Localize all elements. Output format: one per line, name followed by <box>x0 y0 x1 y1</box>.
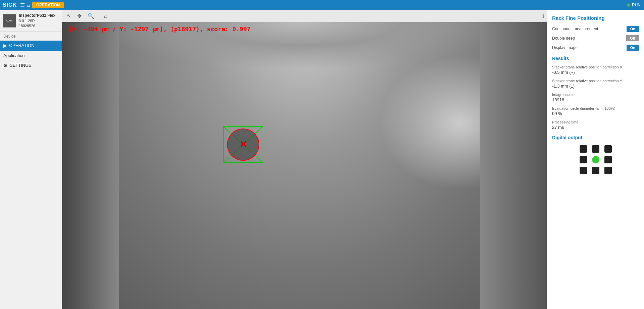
result-eval-circle-label: Evaluation circle diameter (aim: 100%) <box>552 106 639 110</box>
image-viewport: [X: -494 µm / Y: -1297 µm], (p18917), sc… <box>62 22 547 309</box>
double-deep-toggle[interactable]: Off <box>626 35 639 41</box>
dot-row-1 <box>552 145 639 153</box>
dot-1-2 <box>592 145 599 153</box>
detection-bounding-box: ✕ <box>223 126 263 163</box>
results-title: Results <box>552 56 639 61</box>
topbar-home-icon[interactable]: ⌂ <box>27 2 30 8</box>
dot-3-3 <box>604 167 612 174</box>
run-status: RUN <box>627 3 641 7</box>
toolbar-divider <box>99 13 99 19</box>
result-correction-y: Stacker crane relative position correcti… <box>552 79 639 89</box>
continuous-measurement-toggle[interactable]: On <box>627 26 639 32</box>
result-processing-time-label: Processing time <box>552 120 639 124</box>
display-image-on-button[interactable]: On <box>627 45 639 51</box>
result-correction-x-label: Stacker crane relative position correcti… <box>552 65 639 69</box>
zoom-tool-button[interactable]: 🔍 <box>86 11 96 20</box>
continuous-measurement-row: Continuous measurement On <box>552 26 639 32</box>
detection-circle: ✕ <box>227 128 259 161</box>
results-section: Results Stacker crane relative position … <box>552 56 639 130</box>
sidebar-item-application[interactable]: Application <box>0 51 62 60</box>
right-cloud <box>379 56 480 190</box>
dot-3-1 <box>580 167 587 174</box>
panel-title: Rack Fine Positioning <box>552 15 639 21</box>
continuous-measurement-on-button[interactable]: On <box>627 26 639 32</box>
select-tool-button[interactable]: ↖ <box>65 11 73 20</box>
dot-2-2-active <box>592 156 599 163</box>
detection-result-text: [X: -494 µm / Y: -1297 µm], (p18917), sc… <box>69 25 251 33</box>
result-correction-y-label: Stacker crane relative position correcti… <box>552 79 639 83</box>
device-serial: 18020526 <box>19 23 55 29</box>
digital-output-section: Digital output <box>552 135 639 174</box>
display-image-label: Display Image <box>552 45 578 50</box>
move-tool-button[interactable]: ✥ <box>75 11 84 20</box>
result-processing-time-value: 27 ms <box>552 125 639 130</box>
operation-play-icon: ▶ <box>3 43 7 48</box>
double-deep-row: Double deep Off <box>552 35 639 41</box>
device-info: InspectorP631 Flex 3.0.1.26R 18020526 <box>19 13 55 29</box>
operation-button[interactable]: OPERATION <box>32 2 64 8</box>
sick-logo: SICK <box>3 2 17 8</box>
result-eval-circle-value: 99 % <box>552 111 639 116</box>
info-icon: ℹ <box>542 13 544 19</box>
menu-icon[interactable]: ☰ <box>20 2 25 8</box>
sidebar-operation-label: OPERATION <box>9 43 35 48</box>
sidebar-settings-label: SETTINGS <box>10 63 32 68</box>
dot-3-2 <box>592 167 599 174</box>
device-name: InspectorP631 Flex <box>19 13 55 18</box>
sidebar-item-settings[interactable]: ⚙ SETTINGS <box>0 60 62 70</box>
image-toolbar: ↖ ✥ 🔍 ⌂ ℹ <box>62 10 547 22</box>
display-image-row: Display Image On <box>552 45 639 51</box>
dot-1-1 <box>580 145 587 153</box>
device-thumbnail: CAM <box>3 14 16 28</box>
double-deep-off-button[interactable]: Off <box>626 35 639 41</box>
display-image-toggle[interactable]: On <box>627 45 639 51</box>
result-image-counter: Image counter 18918 <box>552 93 639 102</box>
dot-2-1 <box>580 156 587 163</box>
content-area: ↖ ✥ 🔍 ⌂ ℹ [X: -494 µm / Y: -1297 µm], (p… <box>62 10 547 309</box>
dot-1-3 <box>604 145 612 153</box>
circle-x-icon: ✕ <box>239 140 247 149</box>
result-eval-circle: Evaluation circle diameter (aim: 100%) 9… <box>552 106 639 116</box>
run-label: RUN <box>632 3 641 7</box>
settings-gear-icon: ⚙ <box>3 63 8 68</box>
result-correction-x: Stacker crane relative position correcti… <box>552 65 639 75</box>
continuous-measurement-label: Continuous measurement <box>552 27 598 31</box>
device-section: CAM InspectorP631 Flex 3.0.1.26R 1802052… <box>0 10 62 32</box>
dark-left-panel <box>62 22 119 309</box>
double-deep-label: Double deep <box>552 36 575 41</box>
dot-2-3 <box>604 156 612 163</box>
sidebar-application-label: Application <box>3 53 25 58</box>
dot-row-2 <box>552 156 639 163</box>
digital-output-title: Digital output <box>552 135 639 140</box>
sidebar-device-label: Device <box>0 32 62 41</box>
right-panel: Rack Fine Positioning Continuous measure… <box>547 10 644 309</box>
run-status-dot <box>627 3 630 7</box>
result-correction-x-value: -0.5 mm (~) <box>552 70 639 75</box>
result-correction-y-value: -1.3 mm (1) <box>552 84 639 89</box>
result-image-counter-value: 18918 <box>552 97 639 102</box>
sidebar: CAM InspectorP631 Flex 3.0.1.26R 1802052… <box>0 10 62 309</box>
result-processing-time: Processing time 27 ms <box>552 120 639 130</box>
reset-view-button[interactable]: ⌂ <box>102 12 109 20</box>
result-image-counter-label: Image counter <box>552 93 639 97</box>
sidebar-item-operation[interactable]: ▶ OPERATION <box>0 41 62 51</box>
dot-row-3 <box>552 167 639 174</box>
device-version: 3.0.1.26R <box>19 18 55 23</box>
main-layout: CAM InspectorP631 Flex 3.0.1.26R 1802052… <box>0 10 644 309</box>
dark-right-panel <box>480 22 547 309</box>
topbar: SICK ☰ ⌂ OPERATION RUN <box>0 0 644 10</box>
